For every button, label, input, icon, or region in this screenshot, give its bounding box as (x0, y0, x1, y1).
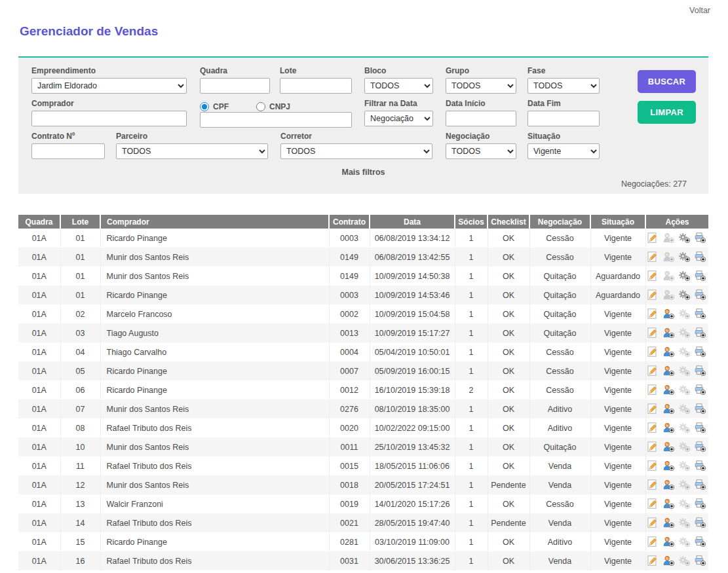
edit-icon[interactable] (647, 308, 659, 320)
cell-acoes (645, 323, 708, 342)
edit-icon[interactable] (647, 441, 659, 453)
add-person-icon[interactable] (663, 498, 675, 509)
add-printer-icon[interactable] (695, 555, 706, 566)
table-row: 01A06Ricardo Pinange001216/10/2019 15:39… (18, 380, 708, 399)
edit-icon[interactable] (647, 403, 659, 415)
data-fim-input[interactable] (527, 111, 600, 126)
add-printer-icon[interactable] (695, 232, 706, 244)
cnpj-radio-label[interactable]: CNPJ (256, 102, 290, 111)
quadra-input[interactable] (200, 78, 270, 94)
add-person-icon[interactable] (663, 365, 675, 377)
cpf-radio-label[interactable]: CPF (200, 102, 229, 111)
add-printer-icon[interactable] (695, 327, 706, 339)
edit-icon[interactable] (647, 384, 659, 396)
column-header-negociacao: Negociação (529, 215, 590, 229)
add-printer-icon[interactable] (695, 441, 706, 453)
add-person-icon[interactable] (663, 536, 675, 547)
edit-icon[interactable] (647, 327, 659, 339)
add-printer-icon[interactable] (695, 251, 706, 263)
add-person-icon[interactable] (663, 479, 675, 490)
more-filters-toggle[interactable]: Mais filtros (18, 168, 708, 177)
cell-data: 10/02/2022 09:15:00 (370, 418, 455, 437)
filtrar-na-data-select[interactable]: Negociação (364, 111, 433, 126)
buscar-button[interactable]: BUSCAR (638, 70, 696, 93)
parceiro-select[interactable]: TODOS (116, 143, 268, 159)
edit-icon[interactable] (647, 270, 659, 282)
situacao-select[interactable]: Vigente (527, 143, 600, 159)
add-person-icon[interactable] (663, 384, 675, 396)
add-printer-icon[interactable] (695, 289, 706, 301)
add-person-icon[interactable] (663, 460, 675, 471)
edit-icon[interactable] (647, 479, 659, 490)
add-person-icon[interactable] (663, 346, 675, 358)
edit-icon[interactable] (647, 555, 659, 566)
doc-number-input[interactable] (200, 112, 352, 128)
cell-contrato: 0281 (329, 532, 370, 551)
add-printer-icon[interactable] (695, 460, 706, 471)
add-gears-icon (679, 327, 691, 339)
cell-contrato: 0002 (329, 305, 370, 323)
cell-negociacao: Aditivo (529, 399, 590, 418)
contrato-n-input[interactable] (31, 143, 105, 159)
add-printer-icon[interactable] (695, 479, 706, 490)
cell-acoes (645, 418, 708, 437)
bloco-select[interactable]: TODOS (364, 78, 433, 94)
lote-input[interactable] (280, 78, 352, 94)
add-person-icon[interactable] (663, 555, 675, 566)
edit-icon[interactable] (647, 232, 659, 244)
edit-icon[interactable] (647, 517, 659, 528)
add-person-icon[interactable] (663, 327, 675, 339)
add-gears-icon[interactable] (679, 251, 691, 263)
cpf-radio[interactable] (200, 102, 209, 111)
add-printer-icon[interactable] (695, 346, 706, 358)
edit-icon[interactable] (647, 536, 659, 547)
row-actions (646, 232, 709, 244)
add-gears-icon[interactable] (679, 270, 691, 282)
table-row: 01A15Ricardo Pinange028103/10/2019 11:09… (18, 532, 708, 551)
cell-lote: 07 (60, 399, 100, 418)
cell-acoes (645, 248, 708, 267)
edit-icon[interactable] (647, 422, 659, 434)
add-printer-icon[interactable] (695, 384, 706, 396)
edit-icon[interactable] (647, 460, 659, 471)
add-printer-icon[interactable] (695, 517, 706, 528)
cell-situacao: Vigente (590, 323, 645, 342)
add-printer-icon[interactable] (695, 422, 706, 434)
add-person-icon[interactable] (663, 517, 675, 528)
edit-icon[interactable] (647, 498, 659, 509)
empreendimento-select[interactable]: Jardim Eldorado (31, 78, 187, 94)
edit-icon[interactable] (647, 346, 659, 358)
add-gears-icon[interactable] (679, 232, 691, 244)
corretor-select[interactable]: TODOS (280, 143, 432, 159)
row-actions (646, 327, 709, 339)
add-person-icon[interactable] (663, 308, 675, 320)
cnpj-radio[interactable] (256, 102, 265, 111)
fase-select[interactable]: TODOS (527, 78, 600, 94)
data-inicio-input[interactable] (446, 111, 516, 126)
row-actions (646, 422, 709, 434)
edit-icon[interactable] (647, 289, 659, 301)
back-link[interactable]: Voltar (689, 6, 710, 15)
edit-icon[interactable] (647, 251, 659, 263)
cell-acoes (645, 286, 708, 305)
edit-icon[interactable] (647, 365, 659, 377)
add-printer-icon[interactable] (695, 403, 706, 415)
grupo-select[interactable]: TODOS (446, 78, 516, 94)
add-printer-icon[interactable] (695, 365, 706, 377)
add-printer-icon[interactable] (695, 308, 706, 320)
add-printer-icon[interactable] (695, 270, 706, 282)
add-gears-icon (679, 555, 691, 566)
add-printer-icon[interactable] (695, 536, 706, 547)
cell-acoes (645, 305, 708, 323)
cell-checklist: Pendente (488, 513, 529, 532)
add-person-icon[interactable] (663, 403, 675, 415)
negociacao-select[interactable]: TODOS (446, 143, 516, 159)
add-printer-icon[interactable] (695, 498, 706, 509)
comprador-input[interactable] (31, 111, 187, 126)
add-person-icon[interactable] (663, 422, 675, 434)
column-header-acoes: Ações (645, 215, 708, 229)
add-gears-icon[interactable] (679, 289, 691, 301)
cell-socios: 1 (455, 456, 488, 475)
limpar-button[interactable]: LIMPAR (638, 101, 696, 124)
add-person-icon[interactable] (663, 441, 675, 453)
